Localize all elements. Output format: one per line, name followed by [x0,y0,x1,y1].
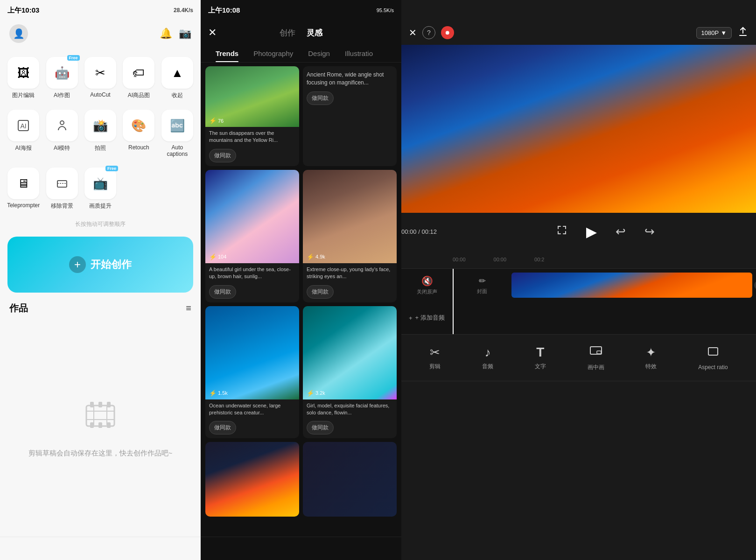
card-ancient-btn[interactable]: 做同款 [209,149,236,162]
p3-video-clip[interactable]: + [511,273,752,298]
tool-cut[interactable]: ✂ 剪辑 [429,345,441,371]
tab-trends[interactable]: Trends [208,45,246,62]
camera-icon[interactable]: 📷 [179,28,191,40]
p3-help-icon[interactable]: ? [422,26,435,39]
grid-item-autocut[interactable]: ✂ AutoCut [82,52,119,104]
card-ancient-side-title: Ancient Rome, wide angle shot focusing o… [303,66,397,90]
card-ocean: ⚡1.5k Ocean underwater scene, large preh… [205,306,299,439]
p3-total-time: 00:12 [421,228,437,235]
empty-works-area: 剪辑草稿会自动保存在这里，快去创作作品吧~ [0,318,201,537]
tab-create[interactable]: 创作 [280,28,295,38]
p1-bottom-bar [0,537,201,560]
avatar-icon[interactable]: 👤 [9,24,28,43]
grid-item-retouch[interactable]: 🎨 Retouch [120,105,157,162]
plus-circle-icon: + [69,256,86,273]
grid-item-ai-poster[interactable]: AI AI海报 [5,105,42,162]
grid-item-collapse[interactable]: ▲ 收起 [159,52,196,104]
photo-icon: 📸 [84,110,116,141]
card-ancient-image: ⚡76 [205,66,299,127]
p3-record-icon[interactable]: ⏺ [441,26,454,39]
p1-status-right: 28.4K/s [174,7,193,14]
effects-icon: ✦ [646,345,656,360]
audio-label: 音频 [482,363,493,371]
panel-main-app: 上午10:03 28.4K/s 👤 🔔 📷 🖼 图片编辑 🤖 Free AI作图… [0,0,201,560]
p3-preview-image [401,45,756,213]
p3-preview-area [401,45,756,213]
retouch-label: Retouch [128,144,149,151]
ai-model-label: AI模特 [54,144,70,152]
grid-item-photo-edit[interactable]: 🖼 图片编辑 [5,52,42,104]
card-ancient-side-btn[interactable]: 做同款 [307,91,334,105]
works-sort-icon[interactable]: ≡ [186,303,191,314]
p2-header: ✕ 创作 灵感 [201,21,401,45]
p3-timeline-area[interactable]: 🔇 关闭原声 ✏ 封面 + + + 添加音频 [401,269,756,334]
p1-status-bar: 上午10:03 28.4K/s [0,0,201,21]
p2-close-button[interactable]: ✕ [208,27,217,39]
p3-upload-icon[interactable] [737,26,749,40]
marker-0: 00:00 [453,257,466,262]
p3-cover-label: 封面 [477,288,487,295]
card-face-title: Extreme close-up, young lady's face, str… [303,263,397,283]
grid-item-ai-model[interactable]: AI模特 [43,105,80,162]
p3-timeline-markers: 00:00 00:00 00:2 [401,250,756,269]
p2-content: ⚡76 The sun disappears over the mountain… [201,63,401,537]
grid-item-remove-bg[interactable]: 移除背景 [43,163,80,215]
tool-audio[interactable]: ♪ 音频 [482,345,493,371]
tool-effects[interactable]: ✦ 特效 [645,345,657,371]
svg-rect-16 [597,351,601,354]
p2-row-1: ⚡76 The sun disappears over the mountain… [205,66,397,166]
ai-poster-icon: AI [7,110,39,141]
grid-item-captions[interactable]: 🔤 Auto captions [159,105,196,162]
grid-item-ai-product[interactable]: 🏷 AI商品图 [120,52,157,104]
add-clip-icon[interactable]: + [754,280,756,290]
p2-status-bar: 上午10:08 95.5K/s [201,0,401,21]
p3-redo-icon[interactable]: ↪ [644,224,655,239]
tab-illustration[interactable]: Illustratio [337,45,380,62]
grid-item-hd-upgrade[interactable]: 📺 Free 画质提升 [82,163,119,215]
create-button[interactable]: + 开始创作 [7,237,193,293]
p3-fullscreen-icon[interactable] [556,224,567,238]
p3-cover-icon[interactable]: ✏ [479,276,486,286]
p3-time-display: 00:00 / 00:12 [401,228,437,235]
tab-design[interactable]: Design [301,45,337,62]
p3-mute-icon[interactable]: 🔇 [421,275,433,287]
p3-current-time: 00:00 [401,228,417,235]
marker-1: 00:00 [494,257,507,262]
tool-text[interactable]: T 文字 [535,345,546,371]
p3-quality-selector[interactable]: 1080P ▼ [696,27,732,39]
p3-add-audio-btn[interactable]: + + 添加音频 [401,310,452,326]
free-badge-hd: Free [105,166,118,171]
card-face-btn[interactable]: 做同款 [307,285,334,299]
tool-aspect-ratio[interactable]: Aspect ratio [698,345,728,371]
card-face-image: ⚡4.9k [303,170,397,263]
card-ocean-title: Ocean underwater scene, large prehistori… [205,399,299,420]
card-sea-anime-btn[interactable]: 做同款 [307,421,334,434]
grid-item-teleprompter[interactable]: 🖥 Teleprompter [5,163,42,215]
retouch-icon: 🎨 [123,110,154,141]
card-sea-anime-title: Girl, model, exquisite facial features, … [303,399,397,420]
svg-rect-3 [57,181,67,187]
bell-icon[interactable]: 🔔 [160,28,172,40]
tab-photography[interactable]: Photography [246,45,301,62]
p3-mute-label: 关闭原声 [417,288,437,295]
p3-header: ✕ ? ⏺ 1080P ▼ [401,21,756,45]
p3-playhead [453,269,454,334]
card-ancient-count: ⚡76 [209,117,224,124]
card-girl-anime-btn[interactable]: 做同款 [209,285,236,299]
tab-inspiration[interactable]: 灵感 [307,28,322,38]
tool-pip[interactable]: 画中画 [588,344,604,371]
card-girl-anime-title: A beautiful girl under the sea, close-up… [205,263,299,283]
p3-close-icon[interactable]: ✕ [409,27,417,38]
grid-item-photo[interactable]: 📸 拍照 [82,105,119,162]
p3-play-icon[interactable]: ▶ [586,224,597,240]
ai-draw-label: AI作图 [54,91,70,99]
card-girl-anime: ⚡104 A beautiful girl under the sea, clo… [205,170,299,302]
card-ocean-btn[interactable]: 做同款 [209,421,236,434]
svg-rect-6 [98,402,102,407]
p3-track1-label: 🔇 关闭原声 [401,275,453,295]
p3-toolbar: ✂ 剪辑 ♪ 音频 T 文字 画中画 ✦ 特效 [401,334,756,381]
grid-item-ai-draw[interactable]: 🤖 Free AI作图 [43,52,80,104]
p3-undo-icon[interactable]: ↩ [616,224,626,239]
p1-hint: 长按拖动可调整顺序 [0,218,201,233]
hd-upgrade-label: 画质提升 [89,202,112,210]
